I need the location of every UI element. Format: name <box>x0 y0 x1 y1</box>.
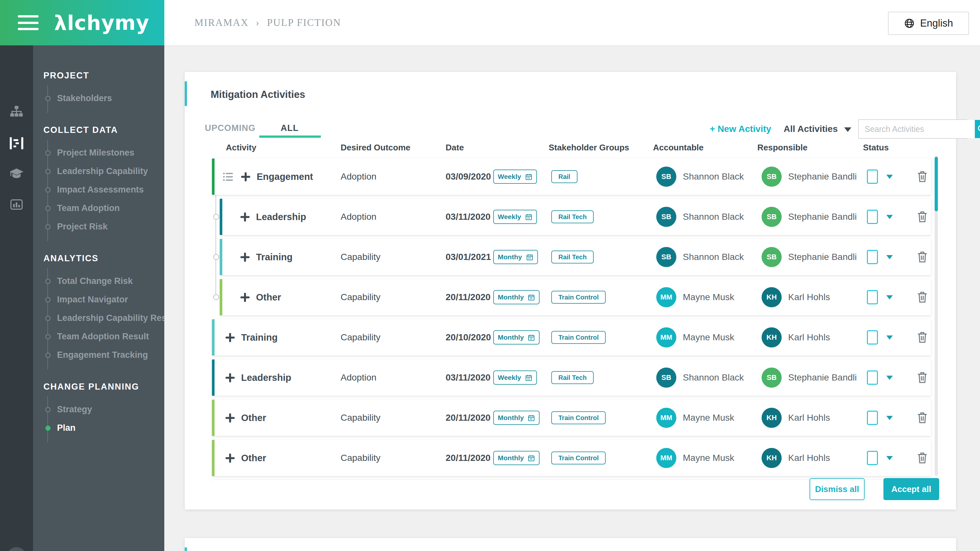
sidebar-item-stakeholders[interactable]: Stakeholders <box>45 89 164 108</box>
status-dropdown-icon[interactable] <box>886 416 893 420</box>
status-checkbox[interactable] <box>867 411 878 425</box>
sidebar-item-impact-assessments[interactable]: Impact Assessments <box>45 180 164 199</box>
stakeholder-group-badge[interactable]: Train Control <box>551 331 606 344</box>
status-checkbox[interactable] <box>867 210 878 224</box>
status-dropdown-icon[interactable] <box>886 376 893 380</box>
sidebar-item-project-milestones[interactable]: Project Milestones <box>45 143 164 162</box>
panel-accent-bar <box>185 548 187 551</box>
accountable-name: Shannon Black <box>683 212 744 222</box>
frequency-badge[interactable]: Monthly <box>493 290 539 304</box>
accept-all-button[interactable]: Accept all <box>883 478 939 500</box>
panel-title: Mitigation Activities <box>211 89 305 100</box>
delete-icon[interactable] <box>916 250 928 264</box>
frequency-badge[interactable]: Weekly <box>493 210 537 224</box>
nav-bullet-icon <box>45 187 51 193</box>
nav-section-title: CHANGE PLANNING <box>43 382 164 392</box>
sidebar-item-strategy[interactable]: Strategy <box>45 400 164 419</box>
status-checkbox[interactable] <box>867 371 878 385</box>
sidebar-item-total-change-risk[interactable]: Total Change Risk <box>45 272 164 290</box>
new-activity-button[interactable]: + New Activity <box>710 124 771 134</box>
stakeholder-group-badge[interactable]: Train Control <box>551 452 606 465</box>
frequency-badge[interactable]: Weekly <box>493 169 537 184</box>
calendar-icon <box>528 454 535 462</box>
status-dropdown-icon[interactable] <box>886 215 893 219</box>
breadcrumb-client[interactable]: MIRAMAX <box>194 17 248 29</box>
sidebar-item-impact-navigator[interactable]: Impact Navigator <box>45 290 164 309</box>
expand-activity-icon[interactable] <box>226 454 235 462</box>
delete-icon[interactable] <box>916 210 928 224</box>
sidebar-item-leadership-capability[interactable]: Leadership Capability <box>45 162 164 180</box>
frequency-badge[interactable]: Monthly <box>493 451 539 465</box>
status-dropdown-icon[interactable] <box>886 255 893 259</box>
activity-name: Leadership <box>256 212 306 222</box>
status-checkbox[interactable] <box>867 250 878 264</box>
delete-icon[interactable] <box>916 411 928 425</box>
sidebar-item-team-adoption-result[interactable]: Team Adoption Result <box>45 327 164 346</box>
sidebar-item-engagement-tracking[interactable]: Engagement Tracking <box>45 346 164 364</box>
status-dropdown-icon[interactable] <box>886 175 893 179</box>
table-row: Other Capability 20/11/2020 Monthly Trai… <box>212 440 931 476</box>
expand-activity-icon[interactable] <box>240 253 250 261</box>
bar-chart-icon[interactable] <box>9 198 24 213</box>
search-input[interactable] <box>859 120 975 138</box>
frequency-badge[interactable]: Monthy <box>493 250 538 264</box>
timeline-icon[interactable] <box>8 135 25 151</box>
sidebar-item-team-adoption[interactable]: Team Adoption <box>45 199 164 218</box>
status-dropdown-icon[interactable] <box>886 295 893 299</box>
nav-bullet-icon <box>45 316 51 321</box>
stakeholder-group-badge[interactable]: Rail Tech <box>551 371 594 384</box>
drag-handle-icon[interactable] <box>222 172 234 182</box>
frequency-badge[interactable]: Weekly <box>493 371 537 385</box>
status-checkbox[interactable] <box>867 290 878 304</box>
scrollbar-thumb[interactable] <box>935 157 938 211</box>
sidebar-item-project-risk[interactable]: Project Risk <box>45 218 164 236</box>
lessons-learnt-panel: Lessons Learnt <box>185 538 956 551</box>
table-row: Other Capability 20/11/2020 Monthly Trai… <box>212 400 931 436</box>
avatar: SB <box>762 247 782 267</box>
expand-activity-icon[interactable] <box>226 373 235 382</box>
nav-section-title: COLLECT DATA <box>43 125 164 135</box>
stakeholder-group-badge[interactable]: Rail Tech <box>551 210 594 223</box>
status-dropdown-icon[interactable] <box>886 336 893 340</box>
status-checkbox[interactable] <box>867 330 878 344</box>
dismiss-all-button[interactable]: Dismiss all <box>810 478 865 500</box>
tab-all[interactable]: ALL <box>281 123 299 133</box>
table-row: Leadership Adoption 03/11/2020 Weekly Ra… <box>220 199 931 235</box>
delete-icon[interactable] <box>916 170 928 183</box>
search-button[interactable] <box>975 120 980 138</box>
stakeholder-group-badge[interactable]: Train Control <box>551 411 606 424</box>
status-dropdown-icon[interactable] <box>886 456 893 460</box>
delete-icon[interactable] <box>916 451 928 465</box>
sidebar-item-leadership-capability-result[interactable]: Leadership Capability Result <box>45 309 164 327</box>
nav-section-title: PROJECT <box>43 71 164 81</box>
expand-activity-icon[interactable] <box>226 333 235 342</box>
status-checkbox[interactable] <box>867 451 878 465</box>
org-chart-icon[interactable] <box>9 105 24 119</box>
delete-icon[interactable] <box>916 331 928 344</box>
accountable-name: Mayne Musk <box>683 292 734 303</box>
tab-upcoming[interactable]: UPCOMING <box>205 123 256 133</box>
activities-filter-dropdown[interactable]: All Activities <box>784 124 851 134</box>
status-checkbox[interactable] <box>867 169 878 184</box>
delete-icon[interactable] <box>916 290 928 304</box>
help-button[interactable]: ? <box>7 547 26 551</box>
expand-activity-icon[interactable] <box>241 172 250 181</box>
table-row: Engagement Adoption 03/09/2020 Weekly Ra… <box>212 159 931 195</box>
expand-activity-icon[interactable] <box>226 413 235 422</box>
sidebar-item-plan[interactable]: Plan <box>45 419 164 437</box>
hamburger-menu-icon[interactable] <box>18 15 38 30</box>
expand-activity-icon[interactable] <box>240 212 250 221</box>
stakeholder-group-badge[interactable]: Rail Tech <box>551 250 594 263</box>
nav-bullet-icon <box>45 169 51 174</box>
delete-icon[interactable] <box>916 371 928 384</box>
graduation-cap-icon[interactable] <box>9 167 24 182</box>
frequency-badge[interactable]: Monthly <box>493 411 539 425</box>
sidebar-nav: PROJECT Stakeholders COLLECT DATA Projec… <box>33 45 164 551</box>
stakeholder-group-badge[interactable]: Rail <box>551 170 578 183</box>
frequency-badge[interactable]: Monthly <box>493 330 539 344</box>
chevron-down-icon <box>844 127 851 132</box>
stakeholder-group-badge[interactable]: Train Control <box>551 291 606 304</box>
responsible-name: Stephanie Bandli <box>788 172 857 182</box>
expand-activity-icon[interactable] <box>240 293 250 302</box>
language-button[interactable]: English <box>888 12 969 35</box>
